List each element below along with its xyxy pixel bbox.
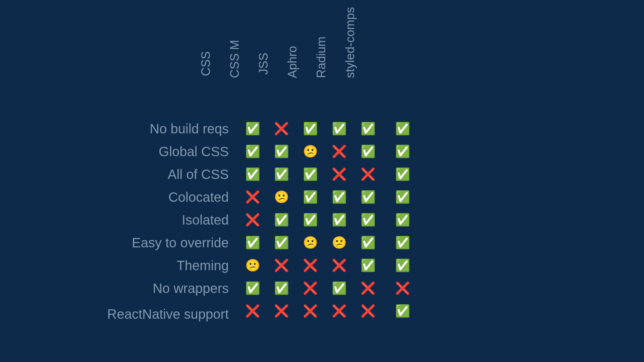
cross-icon: ❌ — [382, 277, 423, 300]
check-icon: ✅ — [238, 277, 267, 300]
check-icon: ✅ — [267, 208, 296, 231]
table-row: No wrappers✅✅❌✅❌❌ — [77, 277, 423, 300]
col-header: styled-comps — [343, 49, 450, 78]
table-body: No build reqs✅❌✅✅✅✅Global CSS✅✅😕❌✅✅All o… — [77, 117, 423, 322]
table-header-row: CSS CSS M JSS Aphro Radium styled-comps — [77, 10, 423, 117]
table-row: Global CSS✅✅😕❌✅✅ — [77, 140, 423, 163]
cross-icon: ❌ — [354, 163, 382, 186]
table-row: ReactNative support❌❌❌❌❌✅ — [77, 300, 423, 322]
cross-icon: ❌ — [325, 140, 354, 163]
cross-icon: ❌ — [267, 300, 296, 322]
cross-icon: ❌ — [354, 300, 382, 322]
check-icon: ✅ — [382, 254, 423, 277]
check-icon: ✅ — [325, 117, 354, 140]
check-icon: ✅ — [354, 231, 382, 254]
row-label: ReactNative support — [77, 300, 238, 322]
check-icon: ✅ — [354, 186, 382, 208]
check-icon: ✅ — [382, 186, 423, 208]
check-icon: ✅ — [238, 231, 267, 254]
check-icon: ✅ — [325, 208, 354, 231]
table-row: Easy to override✅✅😕😕✅✅ — [77, 231, 423, 254]
meh-icon: 😕 — [238, 254, 267, 277]
check-icon: ✅ — [325, 277, 354, 300]
check-icon: ✅ — [267, 140, 296, 163]
cross-icon: ❌ — [267, 117, 296, 140]
check-icon: ✅ — [238, 117, 267, 140]
row-label: Theming — [77, 254, 238, 277]
cross-icon: ❌ — [238, 208, 267, 231]
check-icon: ✅ — [238, 140, 267, 163]
check-icon: ✅ — [354, 254, 382, 277]
table-row: All of CSS✅✅✅❌❌✅ — [77, 163, 423, 186]
check-icon: ✅ — [296, 163, 325, 186]
check-icon: ✅ — [354, 140, 382, 163]
row-label: No wrappers — [77, 277, 238, 300]
meh-icon: 😕 — [325, 231, 354, 254]
row-label: Global CSS — [77, 140, 238, 163]
cross-icon: ❌ — [325, 254, 354, 277]
row-label: Easy to override — [77, 231, 238, 254]
cross-icon: ❌ — [238, 186, 267, 208]
check-icon: ✅ — [267, 277, 296, 300]
check-icon: ✅ — [325, 186, 354, 208]
table-row: Isolated❌✅✅✅✅✅ — [77, 208, 423, 231]
meh-icon: 😕 — [296, 231, 325, 254]
check-icon: ✅ — [296, 117, 325, 140]
check-icon: ✅ — [267, 231, 296, 254]
cross-icon: ❌ — [325, 163, 354, 186]
check-icon: ✅ — [382, 117, 423, 140]
cross-icon: ❌ — [296, 254, 325, 277]
check-icon: ✅ — [354, 117, 382, 140]
meh-icon: 😕 — [296, 140, 325, 163]
row-label: Isolated — [77, 208, 238, 231]
table-row: No build reqs✅❌✅✅✅✅ — [77, 117, 423, 140]
cross-icon: ❌ — [296, 277, 325, 300]
row-label: All of CSS — [77, 163, 238, 186]
check-icon: ✅ — [296, 186, 325, 208]
cross-icon: ❌ — [354, 277, 382, 300]
check-icon: ✅ — [238, 163, 267, 186]
row-label: Colocated — [77, 186, 238, 208]
cross-icon: ❌ — [238, 300, 267, 322]
cross-icon: ❌ — [296, 300, 325, 322]
check-icon: ✅ — [382, 208, 423, 231]
cross-icon: ❌ — [325, 300, 354, 322]
check-icon: ✅ — [267, 163, 296, 186]
row-label: No build reqs — [77, 117, 238, 140]
cross-icon: ❌ — [267, 254, 296, 277]
check-icon: ✅ — [354, 208, 382, 231]
check-icon: ✅ — [382, 300, 423, 322]
check-icon: ✅ — [382, 231, 423, 254]
check-icon: ✅ — [382, 140, 423, 163]
table-row: Colocated❌😕✅✅✅✅ — [77, 186, 423, 208]
check-icon: ✅ — [382, 163, 423, 186]
table-row: Theming😕❌❌❌✅✅ — [77, 254, 423, 277]
comparison-table-el: CSS CSS M JSS Aphro Radium styled-comps … — [77, 10, 423, 322]
meh-icon: 😕 — [267, 186, 296, 208]
check-icon: ✅ — [296, 208, 325, 231]
comparison-table: CSS CSS M JSS Aphro Radium styled-comps … — [77, 10, 423, 322]
